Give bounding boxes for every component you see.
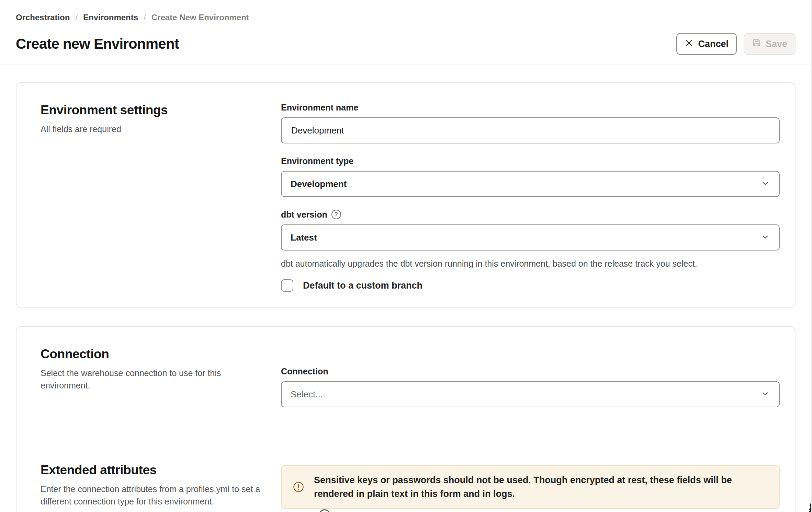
dbt-version-field: dbt version ? Latest dbt automatically u… [281,209,780,269]
close-icon [685,38,693,50]
extended-attributes-subheading: Enter the connection attributes from a p… [41,483,260,508]
environment-name-label: Environment name [281,102,358,113]
dbt-version-label: dbt version [281,209,327,220]
warning-text: Sensitive keys or passwords should not b… [314,473,767,501]
sensitive-keys-warning-banner: Sensitive keys or passwords should not b… [281,465,780,509]
alert-circle-icon [292,480,305,493]
environment-settings-subheading: All fields are required [41,123,260,135]
connection-field: Connection Select... [281,366,780,407]
connection-subheading: Select the warehouse connection to use f… [41,367,260,392]
extended-attributes-heading: Extended attributes [41,462,281,478]
custom-branch-checkbox-row: Default to a custom branch [281,279,780,292]
connection-select[interactable]: Select... [281,381,780,407]
connection-placeholder: Select... [291,389,323,400]
header-actions: Cancel Save [676,33,796,55]
chevron-down-icon [760,389,770,400]
environment-type-select[interactable]: Development [281,171,780,197]
cancel-button-label: Cancel [698,39,729,49]
environment-settings-heading: Environment settings [41,102,281,118]
save-button-label: Save [766,39,787,49]
cancel-button[interactable]: Cancel [676,33,737,55]
custom-branch-checkbox[interactable] [281,279,293,292]
connection-label: Connection [281,366,328,376]
breadcrumb-current: Create New Environment [151,12,249,23]
environment-name-input[interactable] [281,117,780,143]
environment-type-field: Environment type Development [281,156,780,197]
save-icon [752,38,761,50]
save-button[interactable]: Save [744,33,796,55]
chevron-down-icon [760,178,770,189]
breadcrumb-separator: / [75,12,78,23]
connection-heading: Connection [41,346,281,362]
environment-settings-card: Environment settings All fields are requ… [16,82,796,308]
custom-branch-label: Default to a custom branch [303,280,422,291]
main-content: Environment settings All fields are requ… [0,65,811,512]
environment-name-field: Environment name [281,102,780,143]
dbt-version-value: Latest [291,232,317,243]
breadcrumb-orchestration[interactable]: Orchestration [16,12,70,23]
environment-type-label: Environment type [281,156,353,166]
dbt-version-helper-text: dbt automatically upgrades the dbt versi… [281,258,780,269]
chevron-down-icon [760,232,770,243]
breadcrumb-environments[interactable]: Environments [83,12,138,23]
help-icon[interactable]: ? [331,210,341,219]
connection-card: Connection Select the warehouse connecti… [16,326,796,512]
page-header: Orchestration / Environments / Create Ne… [0,0,811,65]
breadcrumb-separator: / [144,12,146,23]
page-title: Create new Environment [16,35,179,53]
breadcrumb: Orchestration / Environments / Create Ne… [16,12,796,23]
dbt-version-select[interactable]: Latest [281,224,780,251]
environment-type-value: Development [291,179,347,189]
